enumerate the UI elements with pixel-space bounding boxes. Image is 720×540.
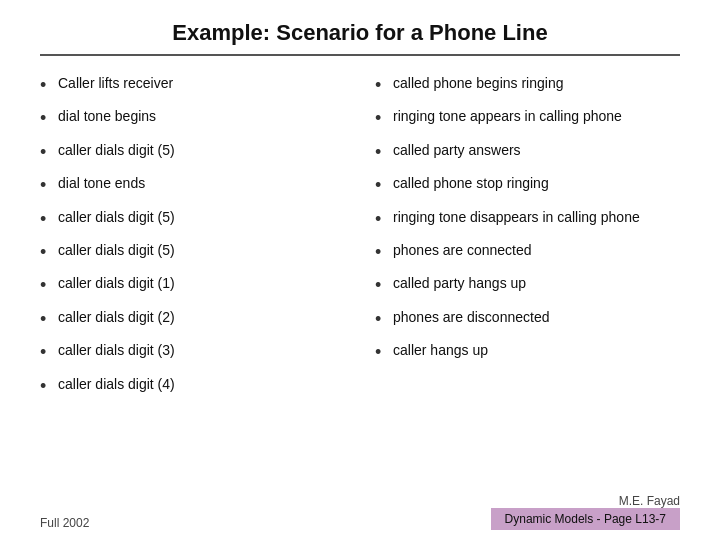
bullet-dot: • bbox=[40, 107, 58, 130]
list-item: • ringing tone disappears in calling pho… bbox=[375, 208, 680, 231]
bullet-text: caller dials digit (4) bbox=[58, 375, 175, 395]
footer-left: Full 2002 bbox=[40, 516, 89, 530]
left-column: • Caller lifts receiver • dial tone begi… bbox=[40, 74, 345, 482]
list-item: • called party answers bbox=[375, 141, 680, 164]
slide: Example: Scenario for a Phone Line • Cal… bbox=[0, 0, 720, 540]
footer-author: M.E. Fayad bbox=[491, 494, 680, 508]
bullet-dot: • bbox=[375, 341, 393, 364]
list-item: • caller dials digit (2) bbox=[40, 308, 345, 331]
slide-title: Example: Scenario for a Phone Line bbox=[172, 20, 547, 45]
bullet-dot: • bbox=[375, 174, 393, 197]
bullet-text: called party hangs up bbox=[393, 274, 526, 294]
bullet-text: dial tone ends bbox=[58, 174, 145, 194]
bullet-dot: • bbox=[40, 74, 58, 97]
bullet-dot: • bbox=[375, 241, 393, 264]
bullet-text: dial tone begins bbox=[58, 107, 156, 127]
bullet-dot: • bbox=[375, 74, 393, 97]
list-item: • phones are disconnected bbox=[375, 308, 680, 331]
bullet-text: phones are disconnected bbox=[393, 308, 549, 328]
bullet-dot: • bbox=[375, 308, 393, 331]
list-item: • caller dials digit (4) bbox=[40, 375, 345, 398]
bullet-dot: • bbox=[375, 141, 393, 164]
bullet-text: Caller lifts receiver bbox=[58, 74, 173, 94]
bullet-dot: • bbox=[40, 274, 58, 297]
list-item: • caller dials digit (5) bbox=[40, 208, 345, 231]
bullet-dot: • bbox=[40, 141, 58, 164]
bullet-text: caller dials digit (5) bbox=[58, 141, 175, 161]
bullet-dot: • bbox=[40, 208, 58, 231]
bullet-dot: • bbox=[375, 107, 393, 130]
bullet-dot: • bbox=[40, 174, 58, 197]
bullet-text: caller dials digit (5) bbox=[58, 241, 175, 261]
bullet-dot: • bbox=[40, 241, 58, 264]
list-item: • caller hangs up bbox=[375, 341, 680, 364]
bullet-dot: • bbox=[40, 341, 58, 364]
list-item: • Caller lifts receiver bbox=[40, 74, 345, 97]
bullet-text: called phone stop ringing bbox=[393, 174, 549, 194]
bullet-dot: • bbox=[375, 208, 393, 231]
list-item: • caller dials digit (5) bbox=[40, 241, 345, 264]
bullet-text: ringing tone disappears in calling phone bbox=[393, 208, 640, 228]
bullet-text: ringing tone appears in calling phone bbox=[393, 107, 622, 127]
list-item: • phones are connected bbox=[375, 241, 680, 264]
list-item: • called party hangs up bbox=[375, 274, 680, 297]
list-item: • caller dials digit (5) bbox=[40, 141, 345, 164]
bullet-dot: • bbox=[375, 274, 393, 297]
footer-right-bar: Dynamic Models - Page L13-7 bbox=[491, 508, 680, 530]
bullet-text: caller dials digit (2) bbox=[58, 308, 175, 328]
list-item: • called phone begins ringing bbox=[375, 74, 680, 97]
bullet-text: caller dials digit (5) bbox=[58, 208, 175, 228]
bullet-text: caller dials digit (3) bbox=[58, 341, 175, 361]
content-area: • Caller lifts receiver • dial tone begi… bbox=[40, 74, 680, 482]
bullet-text: called party answers bbox=[393, 141, 521, 161]
bullet-text: caller hangs up bbox=[393, 341, 488, 361]
list-item: • caller dials digit (1) bbox=[40, 274, 345, 297]
list-item: • dial tone ends bbox=[40, 174, 345, 197]
bullet-dot: • bbox=[40, 308, 58, 331]
bullet-dot: • bbox=[40, 375, 58, 398]
bullet-text: caller dials digit (1) bbox=[58, 274, 175, 294]
list-item: • caller dials digit (3) bbox=[40, 341, 345, 364]
list-item: • ringing tone appears in calling phone bbox=[375, 107, 680, 130]
bullet-text: called phone begins ringing bbox=[393, 74, 563, 94]
list-item: • called phone stop ringing bbox=[375, 174, 680, 197]
footer: Full 2002 M.E. Fayad Dynamic Models - Pa… bbox=[40, 490, 680, 530]
list-item: • dial tone begins bbox=[40, 107, 345, 130]
right-column: • called phone begins ringing • ringing … bbox=[375, 74, 680, 482]
title-area: Example: Scenario for a Phone Line bbox=[40, 20, 680, 56]
bullet-text: phones are connected bbox=[393, 241, 532, 261]
